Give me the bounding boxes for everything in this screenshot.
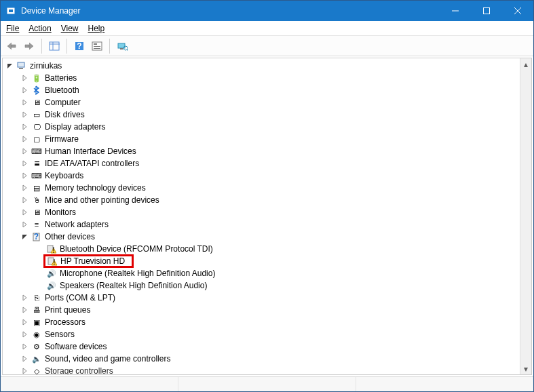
expand-icon[interactable] [20,157,30,170]
expand-icon[interactable] [20,170,30,182]
show-hide-tree-button[interactable] [46,38,62,54]
minimize-button[interactable] [440,1,471,21]
tree-node-label: IDE ATA/ATAPI controllers [45,157,143,170]
expand-icon[interactable] [20,121,30,133]
tree-node-printq[interactable]: 🖶Print queues [5,304,520,316]
computer-root-icon [16,60,27,71]
scroll-up-button[interactable]: ▴ [520,58,531,70]
expand-icon[interactable] [20,365,30,374]
tree-node-bluetooth[interactable]: Bluetooth [5,84,520,96]
help-button[interactable]: ? [71,38,88,54]
tree-node-label: Software devices [45,340,111,353]
scan-hardware-button[interactable] [114,38,130,54]
expand-icon[interactable] [20,145,30,157]
expand-icon[interactable] [20,133,30,145]
tree-node-bt-rfcomm[interactable]: !Bluetooth Device (RFCOMM Protocol TDI) [5,243,520,255]
back-button[interactable] [3,38,20,54]
expand-icon[interactable] [20,206,30,218]
menu-file[interactable]: File [6,24,19,33]
vertical-scrollbar[interactable]: ▴ ▾ [520,58,531,374]
device-tree[interactable]: zirniukas🔋BatteriesBluetooth🖥Computer▭Di… [3,58,520,374]
sensor-icon: ◉ [31,329,42,340]
app-icon [6,5,17,16]
bluetooth-icon [31,85,42,96]
menu-action[interactable]: Action [28,24,51,33]
tree-node-hp-truevision[interactable]: !HP Truevision HD [5,255,520,267]
tree-node-keyboards[interactable]: ⌨Keyboards [5,170,520,182]
expand-icon[interactable] [20,292,30,304]
expand-icon[interactable] [20,316,30,328]
tree-node-label: Keyboards [45,170,88,182]
tree-node-label: Human Interface Devices [45,145,140,157]
tree-node-sensors[interactable]: ◉Sensors [5,328,520,340]
tree-node-label: HP Truevision HD [60,255,129,267]
tree-node-label: Mice and other pointing devices [45,194,164,206]
tree-node-other[interactable]: ?Other devices [5,231,520,243]
svg-rect-20 [19,68,23,69]
tree-node-monitors[interactable]: 🖥Monitors [5,206,520,218]
expand-icon[interactable] [20,340,30,353]
expand-icon[interactable] [20,182,30,194]
ide-icon: ≣ [31,158,42,169]
tree-root-node[interactable]: zirniukas [5,60,520,72]
tree-node-computer[interactable]: 🖥Computer [5,96,520,109]
expand-icon[interactable] [20,109,30,121]
expand-icon[interactable] [20,218,30,231]
tree-node-firmware[interactable]: ▢Firmware [5,133,520,145]
close-button[interactable] [502,1,533,21]
cpu-icon: ▣ [31,317,42,328]
maximize-button[interactable] [471,1,502,21]
tree-node-memtech[interactable]: ▤Memory technology devices [5,182,520,194]
expand-icon[interactable] [20,194,30,206]
menu-view[interactable]: View [61,24,79,33]
titlebar[interactable]: Device Manager [1,1,533,21]
tree-node-processors[interactable]: ▣Processors [5,316,520,328]
forward-button[interactable] [21,38,37,54]
tree-node-hid[interactable]: ⌨Human Interface Devices [5,145,520,157]
svg-rect-13 [94,46,100,47]
expand-icon[interactable] [20,328,30,340]
expand-icon[interactable] [20,84,30,96]
network-icon: ≡ [31,219,42,230]
tree-node-label: Storage controllers [45,365,117,374]
warning-icon: ! [46,243,57,254]
tree-node-mice[interactable]: 🖱Mice and other pointing devices [5,194,520,206]
toolbar-separator [109,39,110,54]
toolbar: ? [1,36,533,56]
tree-node-ide[interactable]: ≣IDE ATA/ATAPI controllers [5,157,520,170]
tree-node-label: Display adapters [45,121,109,133]
tree-node-software[interactable]: ⚙Software devices [5,340,520,353]
svg-rect-16 [120,48,123,50]
tree-node-storagectrl[interactable]: ◇Storage controllers [5,365,520,374]
expand-icon[interactable] [20,72,30,84]
tree-node-label: Memory technology devices [45,182,150,194]
tree-node-network[interactable]: ≡Network adapters [5,218,520,231]
tree-node-label: Sound, video and game controllers [45,353,174,365]
collapse-icon[interactable] [5,60,15,72]
svg-rect-3 [484,8,490,14]
svg-text:!: ! [52,246,54,254]
expand-icon[interactable] [20,353,30,365]
properties-button[interactable] [89,38,105,54]
collapse-icon[interactable] [20,231,30,243]
drive-icon: ▭ [31,109,42,120]
printer-icon: 🖶 [31,305,42,315]
expand-icon[interactable] [20,304,30,316]
tree-node-sound[interactable]: 🔈Sound, video and game controllers [5,353,520,365]
tree-frame: zirniukas🔋BatteriesBluetooth🖥Computer▭Di… [2,58,532,375]
scroll-down-button[interactable]: ▾ [520,363,531,374]
window-controls [440,1,533,21]
tree-node-batteries[interactable]: 🔋Batteries [5,72,520,84]
tree-node-displayadapters[interactable]: 🖵Display adapters [5,121,520,133]
spacer [35,279,45,292]
tree-node-spk-realtek[interactable]: 🔊Speakers (Realtek High Definition Audio… [5,279,520,292]
tree-node-diskdrives[interactable]: ▭Disk drives [5,109,520,121]
scroll-track[interactable] [520,70,531,363]
tree-node-ports[interactable]: ⎘Ports (COM & LPT) [5,292,520,304]
menu-help[interactable]: Help [88,24,105,33]
speaker-icon: 🔊 [46,268,57,279]
expand-icon[interactable] [20,96,30,109]
tree-node-mic-realtek[interactable]: 🔊Microphone (Realtek High Definition Aud… [5,267,520,279]
tree-node-label: Processors [45,316,90,328]
tree-node-label: Bluetooth [45,84,83,96]
